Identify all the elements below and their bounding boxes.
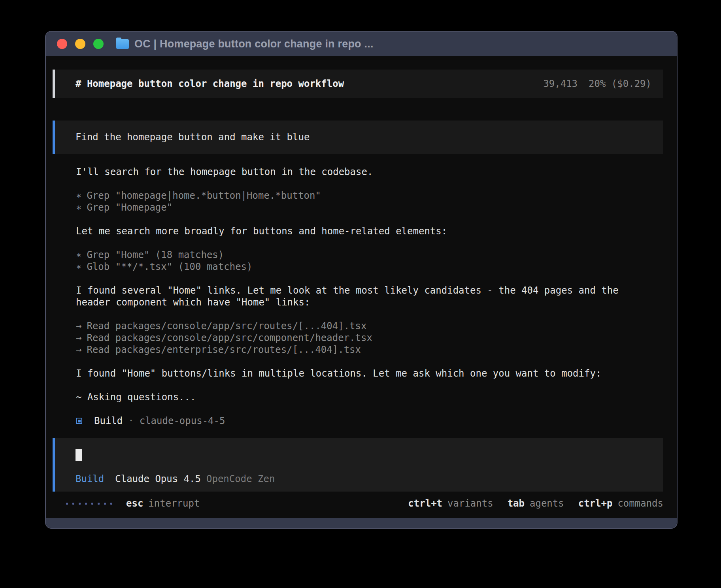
token-count: 39,413 [543,78,578,89]
assistant-status-text: ~ Asking questions... [76,391,645,403]
prompt-input[interactable]: BuildClaude Opus 4.5OpenCode Zen [53,438,663,492]
spinner-dot [66,503,68,505]
tool-call-read: →Read packages/console/app/src/routes/[.… [76,320,663,332]
tool-call-grep: ∗Grep "homepage|home.*button|Home.*butto… [76,190,663,202]
close-button[interactable] [57,39,67,49]
assistant-text: I'll search for the homepage button in t… [76,166,645,178]
asterisk-bullet-icon: ∗ [76,202,81,213]
agent-model: claude-opus-4-5 [140,415,225,427]
user-message: Find the homepage button and make it blu… [53,121,663,154]
provider-label: OpenCode Zen [206,473,275,484]
hint-key: tab [508,498,525,509]
tool-call-label: Grep "homepage|home.*button|Home.*button… [87,190,321,201]
agent-status-line: Build · claude-opus-4-5 [76,415,663,427]
input-line [75,449,651,461]
model-status-row: BuildClaude Opus 4.5OpenCode Zen [75,473,651,485]
dot-separator: · [128,415,134,427]
asterisk-bullet-icon: ∗ [76,249,81,260]
asterisk-bullet-icon: ∗ [76,261,81,272]
minimize-button[interactable] [75,39,85,49]
zoom-button[interactable] [93,39,104,49]
folder-icon [116,39,129,49]
mode-label: Build [75,473,104,484]
window-bottom-bar [46,518,677,528]
text-cursor [75,449,82,461]
tool-call-read: →Read packages/console/app/src/component… [76,332,663,344]
tool-call-group: ∗Grep "homepage|home.*button|Home.*butto… [76,190,663,213]
hint-commands: ctrl+pcommands [578,498,663,509]
tool-call-grep: ∗Grep "Homepage" [76,202,663,213]
hint-key: ctrl+t [408,498,442,509]
spinner-dot [104,503,106,505]
session-stats: 39,41320% ($0.29) [543,78,651,90]
spinner-dot [98,503,100,505]
assistant-text: I found several "Home" links. Let me loo… [76,285,645,308]
tool-call-label: Glob "**/*.tsx" (100 matches) [87,261,252,272]
arrow-right-icon: → [76,332,81,343]
tool-call-grep: ∗Grep "Home" (18 matches) [76,249,663,261]
footer-shortcuts: ctrl+tvariants tabagents ctrl+pcommands [408,498,663,509]
spinner-dot [79,503,81,505]
spinner-dot [72,503,74,505]
agent-name: Build [94,415,123,427]
tool-call-label: Read packages/console/app/src/component/… [87,332,372,343]
context-cost: 20% ($0.29) [589,78,651,89]
tool-call-read: →Read packages/enterprise/src/routes/[..… [76,344,663,356]
titlebar: OC | Homepage button color change in rep… [46,32,677,56]
spinner-dots [66,503,112,505]
hint-label: agents [530,498,564,509]
arrow-right-icon: → [76,320,81,332]
tool-call-group: →Read packages/console/app/src/routes/[.… [76,320,663,356]
tool-call-group: ∗Grep "Home" (18 matches) ∗Glob "**/*.ts… [76,249,663,273]
session-title: # Homepage button color change in repo w… [75,78,344,90]
model-label: Claude Opus 4.5 [115,473,201,484]
tool-call-label: Grep "Home" (18 matches) [87,249,224,260]
assistant-text: Let me search more broadly for buttons a… [76,225,645,237]
arrow-right-icon: → [76,344,81,355]
session-header: # Homepage button color change in repo w… [53,70,663,98]
status-footer: escinterrupt ctrl+tvariants tabagents ct… [53,498,663,509]
asterisk-bullet-icon: ∗ [76,190,81,201]
tool-call-label: Read packages/enterprise/src/routes/[...… [87,344,361,355]
hint-key: ctrl+p [578,498,613,509]
tool-call-label: Read packages/console/app/src/routes/[..… [87,320,366,332]
terminal-window: OC | Homepage button color change in rep… [45,31,678,529]
hint-label: interrupt [148,498,200,509]
terminal-content: # Homepage button color change in repo w… [46,56,677,518]
hint-agents: tabagents [508,498,564,509]
agent-build-icon [76,418,82,424]
hint-label: variants [447,498,493,509]
hint-variants: ctrl+tvariants [408,498,493,509]
hint-key: esc [126,498,143,509]
window-title: OC | Homepage button color change in rep… [134,38,374,50]
spinner-dot [110,503,112,505]
hint-interrupt: escinterrupt [126,498,200,509]
tool-call-label: Grep "Homepage" [87,202,172,213]
spinner-dot [91,503,93,505]
assistant-text: I found "Home" buttons/links in multiple… [76,368,645,379]
spinner-dot [85,503,87,505]
hint-label: commands [617,498,663,509]
user-message-text: Find the homepage button and make it blu… [75,132,310,143]
tool-call-glob: ∗Glob "**/*.tsx" (100 matches) [76,261,663,273]
